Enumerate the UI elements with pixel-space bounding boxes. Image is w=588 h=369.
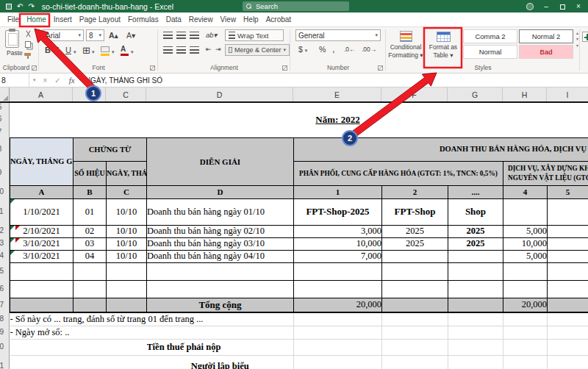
row-header[interactable]: 16 bbox=[0, 285, 10, 293]
insert-function-icon[interactable]: fx bbox=[65, 76, 79, 85]
save-icon[interactable] bbox=[6, 4, 12, 10]
tab-acrobat[interactable]: Acrobat bbox=[263, 13, 294, 26]
tab-review[interactable]: Review bbox=[186, 13, 216, 26]
select-all-corner[interactable] bbox=[0, 87, 10, 101]
cell-empty[interactable] bbox=[382, 280, 448, 298]
decrease-decimal-icon[interactable]: .00→ bbox=[362, 46, 376, 53]
increase-decimal-icon[interactable]: .0← bbox=[344, 46, 356, 53]
cell-key[interactable]: .... bbox=[448, 185, 503, 198]
cell-total-h[interactable]: 20,000 bbox=[503, 298, 548, 312]
tab-home[interactable]: Home bbox=[24, 13, 49, 26]
cell-key[interactable]: D bbox=[147, 185, 294, 198]
merge-center-button[interactable]: Merge & Center ▾ bbox=[225, 44, 290, 56]
search-input[interactable]: Search bbox=[243, 1, 349, 11]
cell-empty[interactable] bbox=[548, 225, 588, 237]
paste-icon[interactable] bbox=[5, 30, 19, 48]
borders-dropdown-icon[interactable]: ▾ bbox=[92, 49, 95, 54]
close-button[interactable]: × bbox=[570, 0, 587, 12]
wrap-text-button[interactable]: Wrap Text bbox=[225, 29, 284, 41]
underline-button[interactable]: U bbox=[65, 46, 71, 54]
cell-value-e[interactable]: FPT-Shop-2025 bbox=[294, 198, 382, 225]
cell-empty[interactable] bbox=[382, 298, 448, 312]
cell-year[interactable]: Năm: 2022 bbox=[294, 112, 382, 127]
row-header[interactable]: 20 bbox=[0, 343, 10, 351]
cell-key[interactable]: 1 bbox=[294, 185, 382, 198]
tab-data[interactable]: Data bbox=[163, 13, 184, 26]
row-header[interactable]: 5 bbox=[0, 104, 10, 111]
cell-empty[interactable] bbox=[548, 339, 588, 355]
cell-empty[interactable] bbox=[448, 326, 503, 339]
format-painter-icon[interactable] bbox=[24, 53, 31, 56]
cell-empty[interactable] bbox=[74, 298, 107, 312]
row-header[interactable]: 11 bbox=[0, 208, 10, 215]
cell-empty[interactable] bbox=[448, 262, 503, 280]
cell-value-f[interactable] bbox=[382, 250, 448, 262]
cell-header-doc-date[interactable]: NGÀY, THÁNG bbox=[107, 161, 147, 185]
cut-icon[interactable] bbox=[25, 30, 32, 37]
cell-empty[interactable] bbox=[294, 262, 382, 280]
cell-empty[interactable] bbox=[294, 280, 382, 298]
cell-value-f[interactable]: 2025 bbox=[382, 237, 448, 250]
cell-empty[interactable] bbox=[548, 262, 588, 280]
cell-empty[interactable] bbox=[382, 262, 448, 280]
cell-empty[interactable] bbox=[10, 262, 74, 280]
align-right-icon[interactable] bbox=[190, 46, 199, 55]
cell-doc-date[interactable]: 10/10 bbox=[107, 237, 147, 250]
borders-icon[interactable]: ⊞ bbox=[82, 46, 90, 55]
cell-doc-no[interactable]: 03 bbox=[74, 237, 107, 250]
cell-value-e[interactable]: 7,000 bbox=[294, 250, 382, 262]
cell-empty[interactable] bbox=[107, 262, 147, 280]
row-header[interactable]: 13 bbox=[0, 240, 10, 247]
cancel-icon[interactable]: × bbox=[40, 76, 51, 85]
cell-desc[interactable]: Doanh thu bán hàng ngày 01/10 bbox=[147, 198, 294, 225]
cell-doc-no[interactable]: 02 bbox=[74, 225, 107, 237]
column-header-I[interactable]: I bbox=[547, 87, 588, 101]
name-box[interactable]: 8 bbox=[0, 74, 29, 87]
cell-empty[interactable] bbox=[74, 280, 107, 298]
cell-value-h[interactable]: 5,000 bbox=[503, 250, 548, 262]
row-header[interactable]: 7 bbox=[0, 129, 10, 136]
row-header[interactable]: 21 bbox=[0, 362, 10, 369]
row-header[interactable]: 12 bbox=[0, 227, 10, 234]
cell-empty[interactable] bbox=[548, 250, 588, 262]
cell-key[interactable]: 4 bbox=[503, 185, 548, 198]
cell-header-date[interactable]: NGÀY, THÁNG GHI SỔ bbox=[10, 137, 74, 185]
number-dialog-launcher[interactable] bbox=[378, 65, 383, 71]
column-header-C[interactable]: C bbox=[106, 87, 146, 101]
cell-doc-no[interactable]: 01 bbox=[74, 198, 107, 225]
cell-doc-no[interactable]: 04 bbox=[74, 250, 107, 262]
cell-header-service[interactable]: DỊCH VỤ, XÂY DỰNG KHÔ NGUYÊN VẬT LIỆU (G… bbox=[503, 161, 588, 185]
cell-empty[interactable] bbox=[382, 355, 448, 369]
cell-value-e[interactable]: 3,000 bbox=[294, 225, 382, 237]
column-header-F[interactable]: F bbox=[381, 87, 448, 101]
row-header[interactable]: 14 bbox=[0, 252, 10, 259]
cell-header-distribution[interactable]: PHÂN PHỐI, CUNG CẤP HÀNG HÓA (GTGT: 1%, … bbox=[294, 161, 503, 185]
cell-empty[interactable] bbox=[448, 355, 503, 369]
cell-value-h[interactable] bbox=[503, 198, 548, 225]
cell-doc-date[interactable]: 10/10 bbox=[107, 225, 147, 237]
comma-style-icon[interactable]: , bbox=[332, 44, 335, 54]
font-size-select[interactable]: 8 ▾ bbox=[86, 29, 104, 41]
cell-key[interactable]: 2 bbox=[382, 185, 448, 198]
column-header-E[interactable]: E bbox=[293, 87, 381, 101]
cell-empty[interactable] bbox=[448, 339, 503, 355]
cell-date[interactable]: 1/10/2021 bbox=[10, 198, 74, 225]
cell-empty[interactable] bbox=[147, 280, 294, 298]
cell-empty[interactable] bbox=[503, 262, 548, 280]
cell-empty[interactable] bbox=[382, 112, 588, 127]
cell-empty[interactable] bbox=[382, 312, 448, 326]
cell-footer-line2[interactable]: - Ngày mở sổ: .. bbox=[10, 326, 294, 339]
cell-value-e[interactable]: 10,000 bbox=[294, 237, 382, 250]
cell-empty[interactable] bbox=[294, 355, 382, 369]
increase-indent-icon[interactable]: ⇥ bbox=[215, 46, 221, 53]
cell-empty[interactable] bbox=[548, 280, 588, 298]
cell-empty[interactable] bbox=[74, 262, 107, 280]
cell-footer-line1[interactable]: - Sổ này có ... trang, đánh số từ trang … bbox=[10, 312, 294, 326]
cell-desc[interactable]: Doanh thu bán hàng ngày 03/10 bbox=[147, 237, 294, 250]
align-left-icon[interactable] bbox=[163, 46, 173, 55]
maximize-button[interactable] bbox=[554, 0, 570, 12]
increase-font-icon[interactable]: A▴ bbox=[109, 32, 118, 40]
underline-dropdown-icon[interactable]: ▾ bbox=[74, 49, 76, 54]
cell-desc[interactable]: Doanh thu bán hàng ngày 02/10 bbox=[147, 225, 294, 237]
cell-empty[interactable] bbox=[382, 326, 448, 339]
